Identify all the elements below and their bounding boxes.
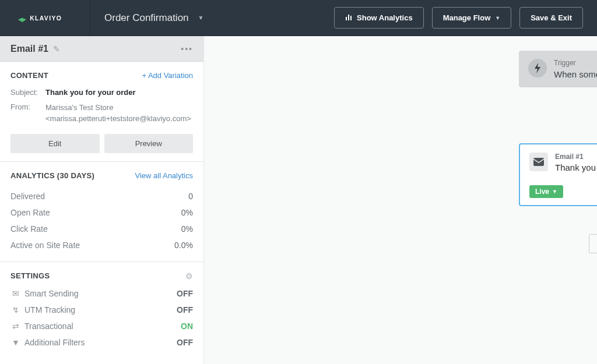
flow-title: Order Confirmation — [104, 12, 189, 24]
subject-value: Thank you for your order — [45, 88, 193, 97]
settings-label: Transactional — [24, 321, 73, 331]
from-label: From: — [10, 103, 45, 125]
show-analytics-button[interactable]: Show Analytics — [334, 7, 424, 29]
settings-label: Additional Filters — [24, 338, 85, 347]
analytics-label: Delivered — [10, 192, 45, 201]
subject-label: Subject: — [10, 88, 45, 97]
email-node-label: Email #1 — [555, 153, 597, 161]
sidebar-title: Email #1 — [10, 44, 48, 54]
trigger-node[interactable]: Trigger When someone Placed Order. — [519, 51, 597, 87]
analytics-label: Click Rate — [10, 224, 48, 234]
trigger-label: Trigger — [554, 59, 597, 67]
preview-button[interactable]: Preview — [104, 134, 194, 153]
status-badge[interactable]: Live ▼ — [529, 185, 563, 198]
email-node-subject: Thank you for your order — [555, 162, 597, 172]
svg-rect-4 — [533, 158, 544, 166]
analytics-value: 0 — [188, 192, 193, 201]
analytics-heading: ANALYTICS (30 DAYS) — [10, 171, 94, 180]
add-variation-link[interactable]: + Add Variation — [142, 71, 193, 80]
settings-row: ✉Smart SendingOFF — [10, 285, 193, 302]
settings-heading: SETTINGS — [10, 271, 50, 280]
view-all-analytics-link[interactable]: View all Analytics — [135, 171, 193, 180]
transactional-icon: ⇄ — [10, 321, 21, 331]
settings-value: OFF — [177, 338, 193, 347]
klaviyo-logo[interactable]: KLAVIYO — [0, 0, 90, 36]
gear-icon[interactable]: ⚙ — [185, 271, 193, 281]
exit-node: EXIT — [589, 234, 597, 253]
settings-value: OFF — [177, 305, 193, 314]
analytics-value: 0.0% — [174, 241, 193, 250]
smart-sending-icon: ✉ — [10, 289, 21, 298]
content-heading: CONTENT — [10, 71, 48, 80]
analytics-value: 0% — [181, 224, 193, 234]
svg-text:KLAVIYO: KLAVIYO — [30, 15, 62, 22]
analytics-row: Active on Site Rate0.0% — [10, 237, 193, 253]
from-value: Marissa's Test Store <marissa.petteruti+… — [45, 103, 193, 125]
save-exit-button[interactable]: Save & Exit — [519, 7, 583, 29]
settings-row: ↯UTM TrackingOFF — [10, 302, 193, 318]
settings-row: ▼Additional FiltersOFF — [10, 334, 193, 351]
settings-value: ON — [181, 321, 193, 331]
svg-rect-2 — [348, 15, 349, 20]
email-node[interactable]: ••• Email #1 Thank you for your order Li… — [519, 143, 597, 206]
edit-button[interactable]: Edit — [10, 134, 100, 153]
chevron-down-icon: ▼ — [495, 15, 500, 21]
analytics-row: Delivered0 — [10, 188, 193, 204]
settings-label: Smart Sending — [24, 289, 79, 298]
utm-tracking-icon: ↯ — [10, 305, 21, 314]
svg-rect-3 — [350, 16, 352, 20]
sidebar-more-menu[interactable]: ••• — [181, 44, 193, 54]
manage-flow-button[interactable]: Manage Flow ▼ — [432, 7, 512, 29]
settings-row: ⇄TransactionalON — [10, 318, 193, 334]
lightning-icon — [528, 59, 547, 77]
chevron-down-icon: ▼ — [198, 15, 204, 21]
filters-icon: ▼ — [10, 338, 21, 347]
chevron-down-icon: ▼ — [552, 189, 557, 195]
bar-chart-icon — [345, 13, 352, 22]
analytics-row: Click Rate0% — [10, 221, 193, 237]
trigger-description: When someone Placed Order. — [554, 69, 597, 79]
svg-rect-1 — [346, 17, 347, 20]
analytics-label: Open Rate — [10, 208, 50, 217]
settings-label: UTM Tracking — [24, 305, 75, 314]
analytics-label: Active on Site Rate — [10, 241, 80, 250]
settings-value: OFF — [177, 289, 193, 298]
analytics-row: Open Rate0% — [10, 204, 193, 221]
flow-title-dropdown[interactable]: Order Confirmation ▼ — [90, 12, 203, 24]
pencil-icon[interactable]: ✎ — [53, 44, 60, 54]
email-icon — [529, 153, 548, 171]
analytics-value: 0% — [181, 208, 193, 217]
